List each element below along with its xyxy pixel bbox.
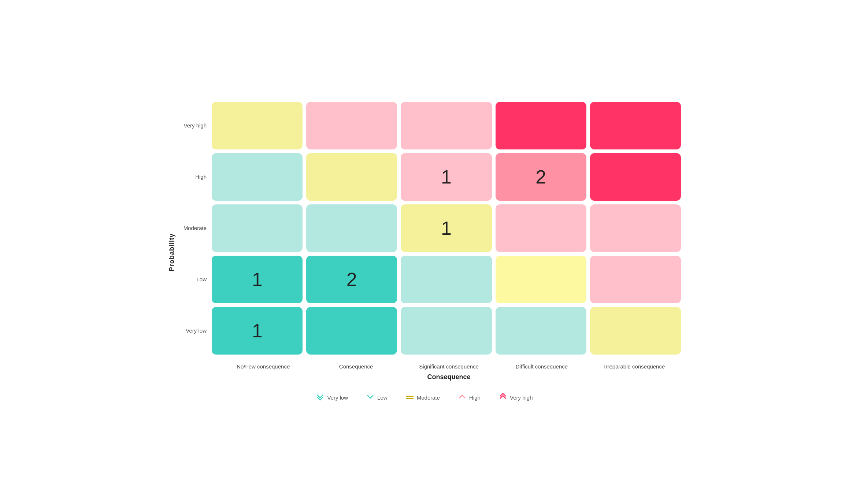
matrix-cell[interactable] [590,153,681,201]
legend-label: Low [377,394,388,401]
legend-icon-moderate [406,394,414,401]
matrix-cell[interactable] [306,307,397,355]
matrix-cell[interactable] [496,256,586,303]
matrix-cell[interactable]: 1 [212,256,303,303]
legend-label: Very high [510,394,533,401]
matrix-cell[interactable] [306,153,397,201]
matrix-cell[interactable]: 2 [306,256,397,303]
matrix-cell[interactable]: 2 [496,153,586,201]
legend-item: Low [366,393,388,403]
matrix-cell[interactable] [212,153,303,201]
matrix-cell[interactable]: 1 [401,153,492,201]
legend-icon-very-high [499,393,507,403]
x-axis-label: Difficult consequence [495,363,588,370]
chart-body: Probability Very highHigh12Moderate1Low1… [168,102,681,381]
matrix-cell[interactable] [306,204,397,252]
y-axis-label: Probability [168,233,176,271]
legend-item: Very low [316,393,348,403]
matrix-cell[interactable] [496,307,586,355]
row-label: Moderate [179,225,212,231]
matrix-cell[interactable] [212,204,303,252]
row-cells: 12 [212,153,681,201]
y-axis-label-container: Probability [168,102,176,381]
matrix-cell[interactable] [401,256,492,303]
matrix-cell[interactable] [496,102,586,149]
matrix-cell[interactable] [590,102,681,149]
legend-item: High [458,393,481,403]
x-axis-label: No/Few consequence [217,363,309,370]
grid-row: Very high [179,102,681,149]
legend-label: Moderate [417,394,440,401]
row-cells: 1 [212,204,681,252]
matrix-cell[interactable] [496,204,586,252]
x-axis-labels: No/Few consequenceConsequenceSignificant… [179,363,681,370]
legend-item: Very high [499,393,533,403]
grid-row: Low12 [179,256,681,303]
matrix-cell[interactable] [212,102,303,149]
matrix-cell[interactable]: 1 [401,204,492,252]
legend-label: Very low [327,394,348,401]
matrix-cell[interactable]: 1 [212,307,303,355]
row-label: High [179,174,212,180]
legend: Very lowLowModerateHighVery high [168,393,681,403]
x-axis-label: Irreparable consequence [588,363,681,370]
x-axis-label: Consequence [309,363,402,370]
legend-icon-low [366,393,374,403]
grid-row: High12 [179,153,681,201]
matrix-cell[interactable] [590,307,681,355]
legend-item: Moderate [406,394,440,401]
matrix-cell[interactable] [401,102,492,149]
matrix-cell[interactable] [590,256,681,303]
risk-matrix-chart: Probability Very highHigh12Moderate1Low1… [168,102,681,403]
row-cells [212,102,681,149]
matrix-cell[interactable] [306,102,397,149]
row-cells: 12 [212,256,681,303]
x-axis-label: Significant consequence [403,363,495,370]
grid-row: Moderate1 [179,204,681,252]
legend-icon-very-low [316,393,324,403]
grid-row: Very low1 [179,307,681,355]
row-label: Very high [179,122,212,129]
row-cells: 1 [212,307,681,355]
matrix-cell[interactable] [590,204,681,252]
legend-label: High [469,394,481,401]
x-axis-title: Consequence [179,373,681,381]
grid: Very highHigh12Moderate1Low12Very low1 N… [179,102,681,381]
matrix-cell[interactable] [401,307,492,355]
row-label: Very low [179,327,212,334]
row-label: Low [179,276,212,282]
legend-icon-high [458,393,466,403]
